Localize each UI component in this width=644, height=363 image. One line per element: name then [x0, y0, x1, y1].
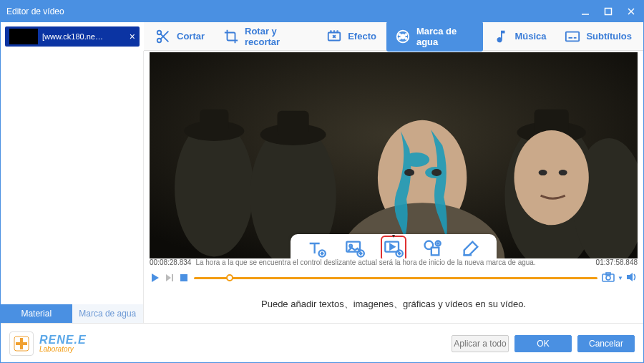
- toolbar-music[interactable]: Música: [484, 24, 555, 49]
- maximize-button[interactable]: [602, 5, 615, 18]
- toolbar-watermark[interactable]: Marca de agua: [386, 21, 483, 52]
- ok-button[interactable]: OK: [514, 335, 572, 352]
- svg-rect-64: [172, 274, 173, 281]
- svg-rect-57: [431, 248, 439, 256]
- toolbar-subtitle[interactable]: Subtítulos: [556, 24, 640, 49]
- svg-point-15: [401, 34, 405, 39]
- svg-point-18: [399, 37, 400, 39]
- scissors-icon: [155, 29, 171, 44]
- watermark-icon: [395, 29, 411, 44]
- file-thumb: [9, 29, 38, 44]
- file-chip[interactable]: [www.ck180.ne… ×: [5, 26, 140, 47]
- volume-button[interactable]: [626, 272, 638, 284]
- svg-rect-72: [16, 342, 27, 345]
- svg-rect-1: [605, 9, 612, 15]
- timeline-end-time: 01:37:58.848: [596, 258, 638, 266]
- apply-all-button[interactable]: Aplicar a todo: [452, 335, 509, 352]
- svg-marker-69: [627, 273, 633, 281]
- info-text: Puede añadir textos、imagenes、gráficas y …: [144, 285, 643, 315]
- toolbar-effect[interactable]: Efecto: [318, 24, 385, 49]
- add-video-button[interactable]: ▾: [384, 238, 404, 258]
- music-icon: [493, 29, 509, 44]
- timeline-track[interactable]: [194, 273, 597, 283]
- file-label: [www.ck180.ne…: [42, 32, 103, 41]
- svg-point-67: [606, 276, 610, 280]
- svg-point-41: [539, 170, 547, 175]
- timeline-start-time: 00:08:28.834: [150, 258, 191, 266]
- window-title: Editor de vídeo: [6, 6, 64, 16]
- timeline-hint: La hora a la que se encuentra el control…: [195, 258, 591, 266]
- svg-marker-52: [390, 244, 394, 249]
- sidetab-watermark[interactable]: Marca de agua: [72, 304, 144, 323]
- svg-point-38: [404, 169, 414, 176]
- svg-point-42: [559, 170, 567, 175]
- video-preview[interactable]: ▾: [150, 52, 638, 258]
- toolbar-cut[interactable]: Cortar: [147, 24, 213, 49]
- svg-point-16: [399, 34, 400, 35]
- minimize-button[interactable]: [579, 5, 592, 18]
- toolbar: Cortar Rotar y recortar Efecto Marca de …: [144, 22, 643, 51]
- svg-point-11: [337, 31, 338, 32]
- toolbar-rotate-crop[interactable]: Rotar y recortar: [215, 21, 316, 52]
- svg-point-9: [331, 31, 331, 32]
- svg-point-10: [334, 31, 335, 32]
- snapshot-button[interactable]: [602, 272, 615, 284]
- subtitle-icon: [565, 29, 580, 44]
- snapshot-dropdown[interactable]: ▼: [618, 275, 623, 281]
- play-button[interactable]: [150, 272, 161, 284]
- sidetab-material[interactable]: Material: [1, 304, 72, 323]
- svg-point-40: [514, 130, 588, 225]
- chevron-down-icon: ▾: [392, 233, 395, 239]
- file-chip-area: [www.ck180.ne… ×: [1, 22, 144, 51]
- sidebar: Material Marca de agua: [1, 51, 144, 323]
- svg-point-36: [404, 153, 429, 167]
- svg-rect-20: [566, 32, 579, 41]
- svg-marker-62: [152, 274, 159, 282]
- file-close-button[interactable]: ×: [130, 31, 135, 42]
- footer: RENE.E Laboratory Aplicar a todo OK Canc…: [1, 323, 643, 363]
- stop-button[interactable]: [178, 272, 190, 284]
- brand-name: RENE.E: [39, 334, 87, 346]
- add-text-button[interactable]: [306, 238, 326, 258]
- watermark-toolstrip: ▾: [291, 234, 497, 258]
- remove-watermark-button[interactable]: [461, 238, 481, 258]
- cancel-button[interactable]: Cancelar: [577, 335, 635, 352]
- svg-rect-33: [535, 110, 569, 134]
- svg-rect-61: [464, 254, 472, 256]
- close-window-button[interactable]: [625, 5, 638, 18]
- svg-marker-63: [166, 274, 171, 281]
- svg-rect-65: [180, 274, 187, 281]
- brand-logo-icon: [9, 331, 34, 356]
- step-button[interactable]: [164, 272, 175, 284]
- title-bar: Editor de vídeo: [1, 1, 643, 22]
- svg-point-19: [405, 37, 406, 39]
- svg-rect-31: [278, 111, 309, 135]
- svg-rect-29: [200, 110, 228, 132]
- crop-icon: [223, 29, 239, 44]
- svg-point-17: [405, 34, 406, 35]
- add-image-button[interactable]: [345, 238, 365, 258]
- effect-icon: [326, 29, 342, 44]
- brand: RENE.E Laboratory: [9, 331, 446, 356]
- brand-subtitle: Laboratory: [39, 346, 87, 353]
- add-shape-button[interactable]: [422, 238, 442, 258]
- svg-point-39: [431, 169, 441, 176]
- timeline-handle[interactable]: [226, 274, 233, 281]
